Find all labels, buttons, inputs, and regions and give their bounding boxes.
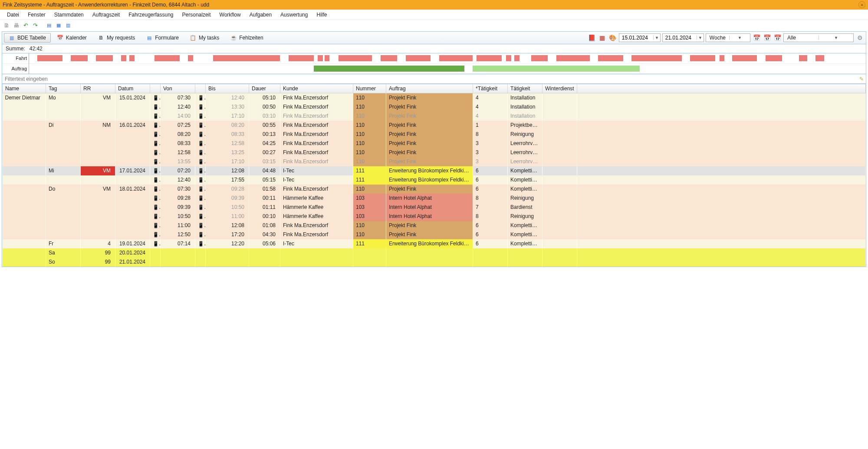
table-row[interactable]: 11:0012:0801:08Fink Ma.Enzersdorf110Proj… [3,221,866,230]
table-row[interactable]: Sa9920.01.2024 [3,248,866,258]
table-row[interactable]: 14:0017:1003:10Fink Ma.Enzersdorf110Proj… [3,112,866,121]
main-toolbar: ▥BDE Tabelle 📅Kalender 🗎My requests ▤For… [2,31,866,44]
chevron-down-icon[interactable]: ▼ [729,36,750,40]
col-rr[interactable]: RR [81,84,115,93]
grid-container: NameTagRRDatumVonBisDauerKundeNummerAuft… [2,84,866,267]
col-tag[interactable]: Tag [46,84,81,93]
tab-label: Formulare [155,35,179,41]
tab-my-tasks[interactable]: 📋My tasks [185,33,224,43]
table-row[interactable]: 12:5017:2004:30Fink Ma.Enzersdorf110Proj… [3,230,866,239]
date-from-input[interactable] [619,35,653,41]
summary-bar: Summe: 42:42 [2,44,866,53]
calendar-grid-icon[interactable]: ▦ [598,33,607,42]
tab-kalender[interactable]: 📅Kalender [53,33,92,43]
menu-stammdaten[interactable]: Stammdaten [50,10,88,19]
filter-row: ✎ [2,74,866,84]
col-ttigkeit[interactable]: *Tätigkeit [473,84,508,93]
palette-icon[interactable]: 🎨 [608,33,617,42]
date-to-input[interactable] [663,35,697,41]
tab-my-requests[interactable]: 🗎My requests [93,33,140,43]
timeline-track-auftrag [29,64,866,74]
col-dauer[interactable]: Dauer [249,84,280,93]
tab-label: Fehlzeiten [239,35,263,41]
chevron-down-icon[interactable]: ▼ [653,36,660,40]
menu-auftragszeit[interactable]: Auftragszeit [88,10,124,19]
calendar-blue-icon[interactable]: 📅 [773,33,782,42]
date-from[interactable]: ▼ [619,33,661,42]
tab-label: My requests [107,35,135,41]
col-icon[interactable] [150,84,161,93]
tab-fehlzeiten[interactable]: ☕Fehlzeiten [226,33,268,43]
summary-value: 42:42 [30,46,43,52]
col-name[interactable]: Name [3,84,46,93]
menu-auswertung[interactable]: Auswertung [276,10,312,19]
tab-formulare[interactable]: ▤Formulare [141,33,184,43]
pencil-icon[interactable]: ✎ [857,76,866,82]
chevron-down-icon[interactable]: ▼ [819,36,853,40]
menu-workflow[interactable]: Workflow [215,10,245,19]
menu-datei[interactable]: Datei [3,10,23,19]
tab-bde-tabelle[interactable]: ▥BDE Tabelle [4,33,51,43]
undo-icon[interactable]: ↶ [22,21,30,29]
col-winterdienst[interactable]: Winterdienst [542,84,577,93]
col-ttigkeit[interactable]: Tätigkeit [508,84,542,93]
col-kunde[interactable]: Kunde [280,84,353,93]
table-row[interactable]: 09:3910:5001:11Hämmerle Kaffee103Intern … [3,203,866,212]
gear-icon[interactable]: ⚙ [855,33,864,42]
col-icon[interactable] [577,84,866,93]
table-row[interactable]: MiVM17.01.202407:2012:0804:48I-Tec111Erw… [3,166,866,175]
filter-value: Alle [784,35,819,41]
chevron-down-icon[interactable]: ▼ [697,36,704,40]
table-row[interactable]: 12:4013:3000:50Fink Ma.Enzersdorf110Proj… [3,102,866,112]
grid-icon[interactable]: ▦ [55,21,62,29]
redo-icon[interactable]: ↷ [31,21,39,29]
close-icon[interactable]: ✕ [858,1,865,8]
filter-select[interactable]: Alle ▼ [783,33,854,42]
timeline-track-fahrt [29,53,866,64]
table-row[interactable]: DiNM16.01.202407:2508:2000:55Fink Ma.Enz… [3,121,866,130]
task-icon: 📋 [190,35,196,41]
pdf-export-icon[interactable]: 📕 [588,33,596,42]
table-row[interactable]: So9921.01.2024 [3,258,866,267]
range-select[interactable]: Woche ▼ [706,33,750,42]
titlebar: Fink Zeitsysteme - Auftragszeit - Anwend… [0,0,868,10]
range-value: Woche [706,35,729,41]
table-row[interactable]: 12:5813:2500:27Fink Ma.Enzersdorf110Proj… [3,148,866,157]
col-icon[interactable] [195,84,206,93]
filter-input[interactable] [2,76,857,82]
col-bis[interactable]: Bis [206,84,249,93]
pdf-icon[interactable]: 🗎 [3,21,10,29]
table-row[interactable]: 13:5517:1003:15Fink Ma.Enzersdorf110Proj… [3,157,866,166]
doc-icon[interactable]: ▤ [45,21,53,29]
doc-icon: 🗎 [98,35,104,41]
grid-header-row: NameTagRRDatumVonBisDauerKundeNummerAuft… [3,84,866,93]
calendar-orange-icon[interactable]: 📅 [763,33,771,42]
table-row[interactable]: DoVM18.01.202407:3009:2801:58Fink Ma.Enz… [3,185,866,194]
table-row[interactable]: 08:2008:3300:13Fink Ma.Enzersdorf110Proj… [3,130,866,139]
table-row[interactable]: Demer DietmarMoVM15.01.202407:3012:4005:… [3,93,866,102]
table-icon: ▥ [9,35,15,41]
calendar-red-icon[interactable]: 📅 [752,33,761,42]
menu-hilfe[interactable]: Hilfe [312,10,331,19]
timeline: Fahrt Auftrag [2,53,866,74]
table-row[interactable]: 09:2809:3900:11Hämmerle Kaffee103Intern … [3,194,866,203]
menu-fahrzeugerfassung[interactable]: Fahrzeugerfassung [124,10,178,19]
col-nummer[interactable]: Nummer [353,84,386,93]
col-auftrag[interactable]: Auftrag [386,84,473,93]
col-datum[interactable]: Datum [115,84,150,93]
window-title: Fink Zeitsysteme - Auftragszeit - Anwend… [3,2,209,8]
col-von[interactable]: Von [161,84,195,93]
table-row[interactable]: 08:3312:5804:25Fink Ma.Enzersdorf110Proj… [3,139,866,148]
tab-label: BDE Tabelle [17,35,46,41]
tab-label: Kalender [66,35,87,41]
menu-fenster[interactable]: Fenster [23,10,50,19]
print-icon[interactable]: 🖶 [12,21,20,29]
table-row[interactable]: 12:4017:5505:15I-Tec111Erweiterung Bürok… [3,175,866,185]
cup-icon: ☕ [230,35,237,41]
table-row[interactable]: Fr419.01.202407:1412:2005:06I-Tec111Erwe… [3,239,866,248]
date-to[interactable]: ▼ [662,33,704,42]
table-icon[interactable]: ▥ [64,21,72,29]
menu-aufgaben[interactable]: Aufgaben [245,10,276,19]
table-row[interactable]: 10:5011:0000:10Hämmerle Kaffee103Intern … [3,212,866,221]
menu-personalzeit[interactable]: Personalzeit [178,10,215,19]
